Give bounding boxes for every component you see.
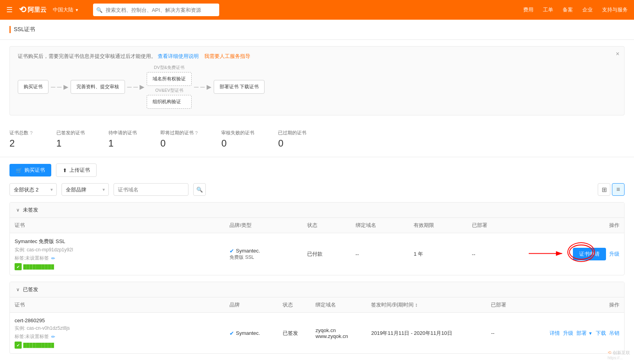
upload-cert-button[interactable]: ⬆ 上传证书 bbox=[56, 163, 97, 177]
unsigned-status-cell: 已付款 bbox=[302, 233, 351, 275]
signed-toggle[interactable]: ∨ bbox=[16, 287, 20, 292]
signed-brand-name: Symantec. bbox=[236, 330, 260, 336]
flow-arrow-1: ─ ─ ▶ bbox=[51, 83, 68, 91]
cert-name-filter[interactable] bbox=[114, 183, 188, 196]
upgrade-link[interactable]: 升级 bbox=[609, 251, 619, 258]
buy-cart-icon: 🛒 bbox=[16, 167, 22, 173]
flow-step-submit: 完善资料、提交审核 bbox=[71, 80, 125, 94]
revoke-action-link[interactable]: 吊销 bbox=[609, 330, 619, 337]
stat-signed-value: 1 bbox=[56, 138, 85, 149]
filter-search-button[interactable]: 🔍 bbox=[193, 183, 206, 196]
signed-deployed-cell: -- bbox=[486, 313, 519, 354]
nav-item-enterprise[interactable]: 企业 bbox=[582, 6, 593, 13]
stats-row: 证书总数 ? 2 已签发的证书 1 待申请的证书 1 即将过期的证书 ? 0 bbox=[0, 122, 634, 157]
unsigned-cert-tag: 标签:未设置标签 bbox=[15, 255, 49, 262]
unsigned-section-title: 未签发 bbox=[23, 206, 38, 214]
flow-step-org-verify: 组织机构验证 bbox=[147, 95, 192, 109]
stat-expired-value: 0 bbox=[278, 138, 306, 149]
th-status: 状态 bbox=[302, 218, 351, 233]
unsigned-table-row: Symantec 免费版 SSL 实例: cas-cn-mp91dzp1y92l… bbox=[10, 233, 624, 275]
th-signed-date: 签发时间/到期时间 ↕ bbox=[366, 297, 486, 313]
unsigned-actions-cell: 证书申请 升级 bbox=[515, 233, 624, 275]
buy-cert-button[interactable]: 🛒 购买证书 bbox=[9, 164, 51, 176]
list-view-icon: ≡ bbox=[616, 186, 620, 193]
unsigned-brand-cell: ✔ Symantec. 免费版 SSL bbox=[225, 233, 302, 275]
signed-status-cell: 已签发 bbox=[278, 313, 311, 354]
brand-filter[interactable]: 全部品牌 bbox=[62, 183, 109, 196]
unsigned-cert-tag-edit[interactable]: ✏ bbox=[51, 256, 55, 261]
signed-domain-2: www.zyqok.cn bbox=[315, 333, 362, 339]
flow-arrow-3: ─ ─ ▶ bbox=[194, 83, 211, 91]
signed-cert-example: 实例: cas-cn-v0h1dz5zt8js bbox=[15, 325, 220, 332]
unsigned-cert-cell: Symantec 免费版 SSL 实例: cas-cn-mp91dzp1y92l… bbox=[10, 233, 225, 275]
th-domain: 绑定域名 bbox=[351, 218, 409, 233]
nav-item-icp[interactable]: 备案 bbox=[563, 6, 573, 13]
watermark: ⟲ 创新互联 https://... bbox=[608, 350, 630, 360]
unsigned-section-header: ∨ 未签发 bbox=[10, 202, 624, 218]
th-deployed: 已部署 bbox=[467, 218, 515, 233]
signed-date-cell: 2019年11月11日 - 2020年11月10日 bbox=[366, 313, 486, 354]
stat-signed: 已签发的证书 1 bbox=[56, 130, 85, 149]
stat-failed-value: 0 bbox=[221, 138, 254, 149]
detail-action-link[interactable]: 详情 bbox=[550, 330, 560, 337]
nav-item-support[interactable]: 支持与服务 bbox=[602, 6, 628, 13]
th-signed-domain: 绑定域名 bbox=[311, 297, 366, 313]
signed-actions: 详情 升级 部署 ▼ 下载 吊销 bbox=[524, 330, 619, 337]
info-banner-text: 证书购买后，需要完善证书信息并提交审核通过后才能使用。 查看详细使用说明 我需要… bbox=[18, 53, 616, 60]
nav-item-fees[interactable]: 费用 bbox=[523, 6, 533, 13]
signed-actions-cell: 详情 升级 部署 ▼ 下载 吊销 bbox=[519, 313, 624, 354]
download-action-link[interactable]: 下载 bbox=[596, 330, 606, 337]
signed-status-text: 已签发 bbox=[283, 330, 298, 336]
brand-filter-wrapper: 全部品牌 bbox=[62, 183, 109, 196]
signed-domain-1: zyqok.cn bbox=[315, 327, 362, 333]
unsigned-cert-example: 实例: cas-cn-mp91dzp1y92l bbox=[15, 247, 220, 253]
filter-search-icon: 🔍 bbox=[196, 187, 203, 193]
th-signed-actions: 操作 bbox=[519, 297, 624, 313]
signed-table-header-row: 证书 品牌 状态 绑定域名 签发时间/到期时间 ↕ 已部署 操作 bbox=[10, 297, 624, 313]
apply-cert-button[interactable]: 证书申请 bbox=[573, 248, 606, 260]
signed-cert-tag-edit[interactable]: ✏ bbox=[51, 334, 55, 340]
close-banner-button[interactable]: × bbox=[616, 50, 619, 58]
signed-brand-cell: ✔ Symantec. bbox=[225, 313, 278, 354]
th-signed-status: 状态 bbox=[278, 297, 311, 313]
stat-expiring-value: 0 bbox=[160, 138, 198, 149]
search-input[interactable] bbox=[93, 4, 219, 16]
flow-label-ov: OV&EV型证书 bbox=[147, 87, 192, 93]
th-cert: 证书 bbox=[10, 218, 225, 233]
unsigned-cert-name: Symantec 免费版 SSL bbox=[15, 238, 220, 245]
flow-step-domain-verify: 域名所有权验证 bbox=[147, 72, 192, 86]
filter-bar: 全部状态 2 全部品牌 🔍 ⊞ ≡ bbox=[0, 183, 634, 202]
signed-cert-name: cert-2860295 bbox=[15, 318, 220, 323]
manual-service-link[interactable]: 我需要人工服务指导 bbox=[204, 53, 250, 59]
unsigned-deployed-cell: -- bbox=[467, 233, 515, 275]
unsigned-brand-type: 免费版 SSL bbox=[229, 254, 298, 261]
th-signed-cert: 证书 bbox=[10, 297, 225, 313]
upgrade-action-link[interactable]: 升级 bbox=[563, 330, 573, 337]
signed-cert-cell: cert-2860295 实例: cas-cn-v0h1dz5zt8js 标签:… bbox=[10, 313, 225, 354]
detail-link[interactable]: 查看详细使用说明 bbox=[158, 53, 199, 59]
unsigned-actions: 证书申请 升级 bbox=[520, 248, 619, 260]
list-view-button[interactable]: ≡ bbox=[612, 183, 625, 196]
unsigned-toggle[interactable]: ∨ bbox=[16, 207, 20, 213]
nav-item-orders[interactable]: 工单 bbox=[543, 6, 553, 13]
menu-icon[interactable]: ☰ bbox=[6, 6, 13, 14]
search-icon: 🔍 bbox=[96, 7, 103, 13]
flow-chart: 购买证书 ─ ─ ▶ 完善资料、提交审核 ─ ─ ▶ DV型&免费证书 域名所有… bbox=[18, 65, 616, 109]
status-filter[interactable]: 全部状态 2 bbox=[9, 183, 57, 196]
signed-status-bar: ██████████ bbox=[23, 343, 54, 347]
total-help-icon[interactable]: ? bbox=[30, 130, 33, 136]
signed-table: 证书 品牌 状态 绑定域名 签发时间/到期时间 ↕ 已部署 操作 cert-28… bbox=[10, 297, 624, 353]
card-view-button[interactable]: ⊞ bbox=[598, 183, 610, 196]
signed-domain-cell: zyqok.cn www.zyqok.cn bbox=[311, 313, 366, 354]
region-selector[interactable]: 中国大陆 ▼ bbox=[53, 6, 79, 13]
expiring-help-icon[interactable]: ? bbox=[195, 130, 198, 136]
unsigned-status-bar: ██████████ bbox=[23, 264, 54, 269]
signed-section: ∨ 已签发 证书 品牌 状态 绑定域名 签发时间/到期时间 ↕ 已部署 操作 c… bbox=[9, 282, 625, 354]
page-title: SSL证书 bbox=[9, 26, 35, 33]
stat-pending: 待申请的证书 1 bbox=[108, 130, 137, 149]
deploy-dropdown-icon[interactable]: ▼ bbox=[588, 331, 593, 336]
unsigned-shield-icon: ✔ bbox=[15, 263, 22, 270]
symantec-check-icon: ✔ bbox=[229, 248, 234, 254]
deploy-action-link[interactable]: 部署 ▼ bbox=[576, 330, 593, 337]
unsigned-domain-cell: -- bbox=[351, 233, 409, 275]
